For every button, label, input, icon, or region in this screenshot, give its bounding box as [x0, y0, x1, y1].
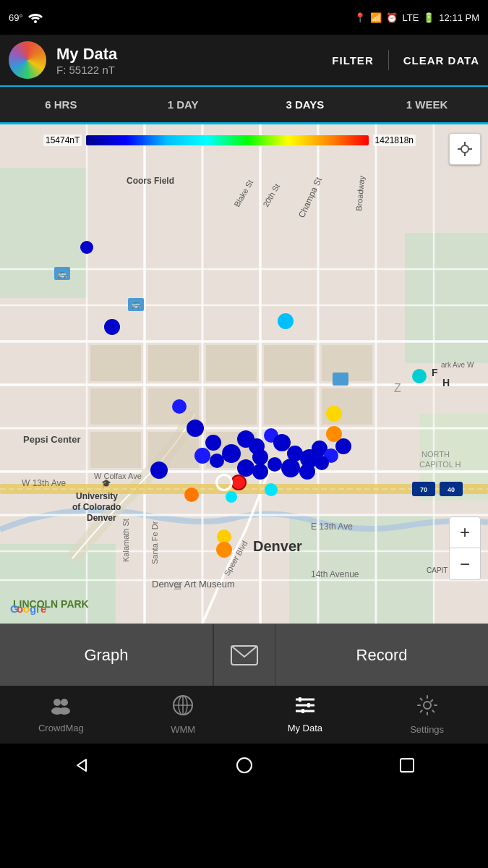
location-icon: 📍: [354, 12, 366, 23]
svg-rect-37: [90, 432, 141, 468]
svg-text:Denver: Denver: [87, 513, 116, 523]
svg-text:E 13th Ave: E 13th Ave: [311, 522, 353, 532]
header-subtitle: F: 55122 nT: [56, 64, 332, 76]
filter-button[interactable]: FILTER: [332, 54, 373, 67]
svg-text:e: e: [40, 603, 46, 615]
svg-text:CAPITOL H: CAPITOL H: [419, 460, 461, 469]
svg-point-81: [461, 145, 468, 153]
svg-marker-102: [77, 760, 86, 771]
tab-3days[interactable]: 3 DAYS: [244, 87, 367, 124]
svg-point-103: [237, 758, 252, 773]
svg-text:Kalamath St: Kalamath St: [121, 519, 130, 562]
bottom-nav: CrowdMag WMM My Data: [0, 686, 488, 744]
svg-point-101: [424, 702, 431, 709]
nav-wmm[interactable]: WMM: [122, 686, 244, 744]
recents-icon: [398, 757, 416, 774]
svg-rect-33: [90, 388, 141, 425]
mydata-icon: [294, 696, 316, 720]
svg-text:🏛: 🏛: [174, 582, 182, 592]
data-point: [216, 542, 232, 558]
svg-rect-29: [90, 345, 141, 381]
map-container[interactable]: 70 40 Blake St 20th St Champa St Broadwa…: [0, 124, 488, 624]
svg-rect-98: [299, 697, 301, 702]
crosshair-icon: [456, 140, 474, 158]
mydata-label: My Data: [288, 723, 322, 733]
clear-data-button[interactable]: CLEAR DATA: [403, 54, 479, 67]
data-point: [184, 488, 199, 502]
nav-mydata[interactable]: My Data: [244, 686, 367, 744]
data-point: [80, 241, 93, 254]
data-point: [326, 426, 342, 442]
home-button[interactable]: [230, 751, 259, 780]
zoom-controls: + −: [449, 516, 481, 580]
svg-text:Denver: Denver: [253, 538, 302, 554]
back-button[interactable]: [67, 751, 96, 780]
tab-1day[interactable]: 1 DAY: [122, 87, 244, 122]
svg-rect-32: [264, 345, 314, 381]
svg-text:University: University: [76, 491, 118, 501]
svg-rect-2: [0, 168, 87, 298]
graph-button[interactable]: Graph: [0, 624, 213, 686]
data-point: [205, 435, 221, 451]
back-icon: [73, 757, 90, 774]
svg-text:14th Avenue: 14th Avenue: [311, 569, 359, 579]
scale-min-label: 15474nT: [43, 135, 82, 146]
data-point: [314, 456, 329, 470]
settings-label: Settings: [410, 724, 444, 735]
svg-text:l: l: [36, 603, 39, 615]
svg-rect-74: [333, 373, 348, 386]
svg-text:g: g: [30, 603, 36, 615]
data-point: [104, 319, 120, 335]
data-point: [210, 454, 224, 468]
android-nav-bar: [0, 744, 488, 787]
data-point: [299, 464, 315, 480]
svg-text:Pepsi Center: Pepsi Center: [23, 434, 80, 445]
data-point: [172, 399, 187, 414]
data-point: [252, 464, 268, 480]
svg-text:ark Ave W: ark Ave W: [441, 361, 474, 369]
svg-text:of Colorado: of Colorado: [72, 502, 121, 512]
location-button[interactable]: [449, 133, 481, 165]
nav-crowdmag[interactable]: CrowdMag: [0, 686, 122, 744]
svg-rect-30: [148, 345, 199, 381]
svg-rect-3: [405, 233, 488, 363]
alarm-icon: ⏰: [386, 12, 398, 23]
data-point: [267, 457, 282, 472]
wifi-icon: [27, 11, 43, 24]
svg-rect-104: [401, 759, 414, 772]
zoom-out-button[interactable]: −: [449, 548, 481, 580]
current-location-dot: [215, 474, 233, 491]
data-point: [412, 369, 427, 383]
email-button[interactable]: [213, 624, 275, 686]
data-point: [278, 313, 294, 329]
header-divider: [388, 50, 389, 70]
zoom-in-button[interactable]: +: [449, 516, 481, 548]
tab-6hrs[interactable]: 6 HRS: [0, 87, 122, 122]
svg-text:Denver Art Museum: Denver Art Museum: [152, 579, 235, 590]
data-point: [231, 475, 247, 490]
crowdmag-label: CrowdMag: [38, 723, 84, 733]
settings-icon: [416, 694, 438, 721]
data-point: [281, 459, 300, 477]
wmm-label: WMM: [171, 724, 195, 735]
svg-rect-36: [264, 388, 314, 425]
svg-point-90: [59, 707, 70, 715]
svg-text:Z: Z: [394, 382, 401, 394]
data-point: [252, 449, 268, 465]
toolbar: Graph Record: [0, 624, 488, 686]
nav-settings[interactable]: Settings: [366, 686, 488, 744]
svg-text:NORTH: NORTH: [421, 450, 450, 459]
wmm-icon: [172, 694, 194, 721]
svg-text:🚌: 🚌: [57, 268, 67, 278]
svg-text:F: F: [432, 367, 438, 378]
record-button[interactable]: Record: [275, 624, 488, 686]
data-point: [326, 406, 342, 422]
svg-text:Santa Fe Dr: Santa Fe Dr: [150, 521, 159, 564]
home-icon: [236, 757, 253, 774]
recents-button[interactable]: [393, 751, 421, 780]
svg-text:W 13th Ave: W 13th Ave: [22, 478, 66, 488]
tab-1week[interactable]: 1 WEEK: [366, 87, 488, 122]
status-right: 📍 📶 ⏰ LTE 🔋 12:11 PM: [354, 12, 479, 23]
svg-text:🚌: 🚌: [131, 299, 141, 309]
scale-bar: [86, 135, 368, 145]
